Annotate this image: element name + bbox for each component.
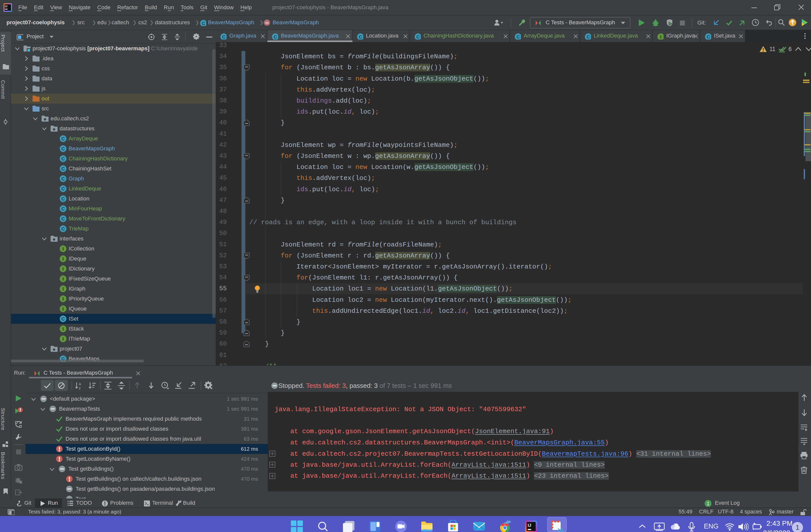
svg-text:I: I — [62, 296, 64, 301]
svg-text:C: C — [61, 136, 65, 141]
svg-text:C: C — [516, 34, 520, 40]
svg-text:C: C — [202, 21, 205, 26]
svg-text:C: C — [586, 34, 590, 40]
svg-text:I: I — [660, 34, 661, 40]
svg-text:C: C — [707, 34, 710, 40]
svg-text:I: I — [62, 326, 64, 331]
svg-text:m: m — [265, 20, 269, 25]
svg-text:C: C — [61, 166, 65, 171]
svg-text:C: C — [61, 316, 65, 322]
svg-text:C: C — [61, 146, 65, 152]
svg-text:C: C — [359, 34, 362, 40]
svg-text:C: C — [222, 34, 226, 40]
svg-text:I: I — [62, 286, 64, 292]
svg-text:C: C — [61, 216, 65, 221]
svg-text:I: I — [62, 336, 64, 342]
svg-text:1: 1 — [707, 501, 709, 506]
svg-text:I: I — [62, 276, 64, 282]
svg-text:I: I — [62, 266, 64, 271]
svg-text:C: C — [274, 34, 277, 40]
svg-text:C: C — [61, 196, 65, 201]
svg-text:IJ: IJ — [527, 523, 531, 528]
svg-text:C: C — [61, 206, 65, 212]
svg-text:C: C — [61, 156, 65, 161]
svg-text:IJ: IJ — [5, 5, 7, 8]
svg-text:C: C — [416, 34, 420, 40]
svg-text:C: C — [61, 176, 65, 182]
svg-text:C: C — [61, 186, 65, 191]
svg-text:I: I — [62, 246, 64, 251]
svg-text:1: 1 — [795, 524, 799, 531]
svg-text:I: I — [62, 306, 64, 312]
svg-text:I: I — [62, 256, 64, 262]
svg-text:C: C — [61, 226, 65, 232]
